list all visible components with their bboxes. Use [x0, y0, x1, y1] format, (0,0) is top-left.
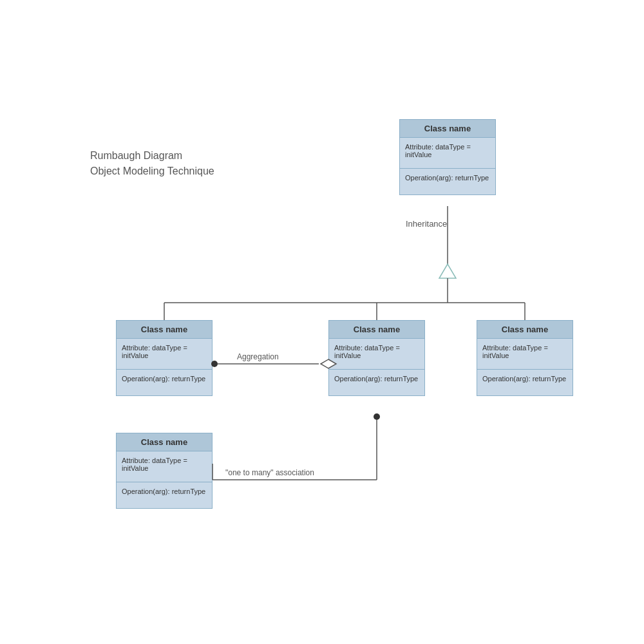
class-mc-header: Class name: [329, 321, 424, 339]
title-line2: Object Modeling Technique: [90, 164, 214, 179]
class-mr-header: Class name: [477, 321, 573, 339]
class-top-attributes: Attribute: dataType = initValue: [400, 138, 495, 169]
svg-marker-1: [439, 264, 456, 278]
class-bl-header: Class name: [117, 433, 212, 451]
class-mr-operations: Operation(arg): returnType: [477, 370, 573, 395]
class-middle-center: Class name Attribute: dataType = initVal…: [328, 320, 425, 396]
class-bottom-left: Class name Attribute: dataType = initVal…: [116, 433, 213, 509]
association-label: "one to many" association: [225, 468, 314, 477]
class-middle-left: Class name Attribute: dataType = initVal…: [116, 320, 213, 396]
inheritance-label: Inheritance: [406, 219, 447, 229]
class-mr-attributes: Attribute: dataType = initValue: [477, 339, 573, 370]
association-dot: [374, 413, 380, 420]
diagram-title: Rumbaugh Diagram Object Modeling Techniq…: [90, 148, 214, 179]
class-top: Class name Attribute: dataType = initVal…: [399, 119, 496, 195]
class-ml-header: Class name: [117, 321, 212, 339]
class-bl-operations: Operation(arg): returnType: [117, 482, 212, 508]
class-bl-attributes: Attribute: dataType = initValue: [117, 451, 212, 482]
class-ml-attributes: Attribute: dataType = initValue: [117, 339, 212, 370]
class-top-header: Class name: [400, 120, 495, 138]
class-mc-attributes: Attribute: dataType = initValue: [329, 339, 424, 370]
class-top-operations: Operation(arg): returnType: [400, 169, 495, 194]
class-mc-operations: Operation(arg): returnType: [329, 370, 424, 395]
class-middle-right: Class name Attribute: dataType = initVal…: [477, 320, 573, 396]
aggregation-label: Aggregation: [237, 352, 279, 361]
class-ml-operations: Operation(arg): returnType: [117, 370, 212, 395]
title-line1: Rumbaugh Diagram: [90, 148, 214, 164]
